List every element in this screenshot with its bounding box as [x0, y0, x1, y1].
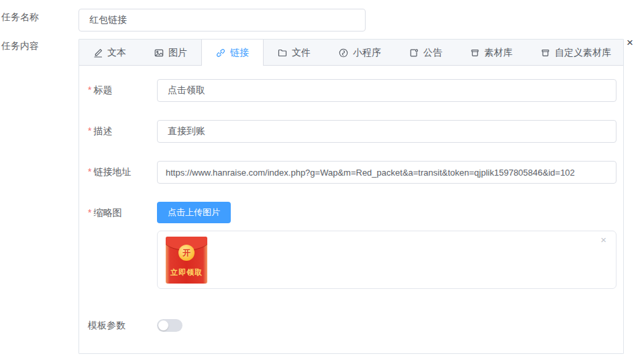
- image-icon: [154, 48, 164, 58]
- tab-custom-material-library[interactable]: 自定义素材库: [527, 40, 625, 66]
- tab-miniprogram[interactable]: 小程序: [325, 40, 395, 66]
- template-params-row: 模板参数: [88, 319, 616, 332]
- thumbnail-row: *缩略图 点击上传图片 开 立即领取 ×: [88, 202, 616, 289]
- announcement-icon: [409, 48, 419, 58]
- tab-file[interactable]: 文件: [264, 40, 325, 66]
- link-icon: [216, 48, 225, 58]
- title-label: *标题: [88, 79, 157, 102]
- toggle-knob: [158, 320, 168, 330]
- tab-link[interactable]: 链接: [201, 40, 264, 66]
- tab-image[interactable]: 图片: [140, 40, 201, 66]
- required-mark: *: [88, 84, 91, 95]
- tab-label: 素材库: [484, 47, 513, 59]
- thumbnail-preview-box: 开 立即领取 ×: [157, 231, 616, 289]
- description-row: *描述: [88, 120, 616, 143]
- tab-announcement[interactable]: 公告: [395, 40, 456, 66]
- tab-text[interactable]: 文本: [79, 40, 140, 66]
- link-url-label: *链接地址: [88, 161, 157, 184]
- tab-label: 链接: [230, 47, 249, 59]
- tab-label: 图片: [168, 47, 187, 59]
- red-packet-open-coin: 开: [178, 245, 195, 261]
- panel-body: *标题 *描述 *链接地址: [79, 66, 623, 332]
- task-name-input[interactable]: [78, 9, 366, 32]
- tab-label: 自定义素材库: [555, 47, 611, 59]
- remove-image-icon[interactable]: ×: [600, 235, 606, 245]
- red-packet-claim-text: 立即领取: [166, 267, 207, 278]
- tab-material-library[interactable]: 素材库: [456, 40, 527, 66]
- tab-label: 小程序: [353, 47, 381, 59]
- required-mark: *: [88, 125, 91, 136]
- task-name-label: 任务名称: [1, 11, 39, 23]
- required-mark: *: [88, 166, 91, 177]
- link-url-input[interactable]: [157, 161, 616, 184]
- folder-icon: [278, 48, 287, 58]
- tab-label: 文本: [107, 47, 126, 59]
- tab-label: 公告: [423, 47, 442, 59]
- thumbnail-label: *缩略图: [88, 202, 157, 289]
- description-label: *描述: [88, 120, 157, 143]
- tab-label: 文件: [292, 47, 311, 59]
- template-params-toggle[interactable]: [157, 319, 182, 332]
- red-packet-thumbnail: 开 立即领取: [166, 237, 207, 284]
- miniprogram-icon: [339, 48, 348, 58]
- description-input[interactable]: [157, 120, 616, 143]
- title-input[interactable]: [157, 79, 616, 102]
- required-mark: *: [88, 207, 91, 218]
- title-row: *标题: [88, 79, 616, 102]
- task-content-panel: 文本 图片: [78, 39, 624, 354]
- edit-icon: [93, 48, 103, 58]
- task-edit-page: 任务名称 任务内容 × 文本: [0, 0, 644, 364]
- archive-icon: [470, 48, 480, 58]
- archive-icon: [541, 48, 550, 58]
- link-url-row: *链接地址: [88, 161, 616, 184]
- upload-image-button[interactable]: 点击上传图片: [157, 202, 231, 223]
- content-type-tabbar: 文本 图片: [79, 40, 623, 66]
- close-icon[interactable]: ×: [627, 37, 633, 48]
- task-content-label: 任务内容: [1, 40, 39, 52]
- template-params-label: 模板参数: [88, 319, 157, 332]
